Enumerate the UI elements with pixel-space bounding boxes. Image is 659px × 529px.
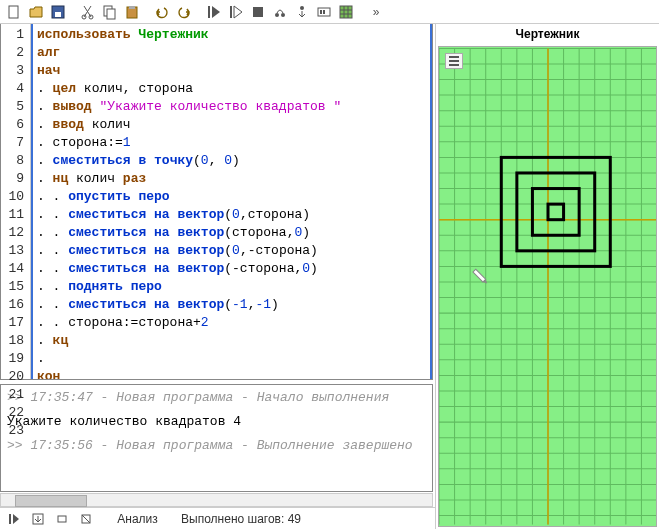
svg-rect-11 <box>253 7 263 17</box>
svg-rect-9 <box>208 6 210 18</box>
svg-rect-6 <box>107 9 115 19</box>
svg-rect-23 <box>9 514 11 524</box>
sb-rect-icon[interactable] <box>54 511 70 527</box>
svg-rect-17 <box>323 10 325 14</box>
left-panel: 1234567891011121314151617181920212223 ис… <box>0 24 436 529</box>
canvas-title: Чертежник <box>436 24 659 44</box>
console[interactable]: >> 17:35:47 - Новая программа - Начало в… <box>0 384 433 492</box>
step-into-icon[interactable] <box>292 2 312 22</box>
console-sys-line: >> 17:35:56 - Новая программа - Выполнен… <box>7 437 426 455</box>
svg-rect-10 <box>230 6 232 18</box>
svg-point-13 <box>281 13 285 17</box>
svg-rect-2 <box>55 12 61 17</box>
step-over-icon[interactable] <box>270 2 290 22</box>
code-area[interactable]: использовать Чертежникалгнач. цел колич,… <box>31 24 432 379</box>
horizontal-scrollbar[interactable] <box>0 493 433 507</box>
svg-rect-0 <box>9 6 18 18</box>
canvas-area[interactable] <box>438 46 657 527</box>
drawing-canvas <box>439 47 656 526</box>
main-area: 1234567891011121314151617181920212223 ис… <box>0 24 659 529</box>
grid-icon[interactable] <box>336 2 356 22</box>
main-toolbar: » <box>0 0 659 24</box>
sb-run-icon[interactable] <box>6 511 22 527</box>
copy-icon[interactable] <box>100 2 120 22</box>
line-gutter: 1234567891011121314151617181920212223 <box>1 24 31 379</box>
status-analyze: Анализ <box>117 512 158 526</box>
console-output: Укажите количество квадратов 4 <box>7 413 426 431</box>
new-icon[interactable] <box>4 2 24 22</box>
svg-point-12 <box>275 13 279 17</box>
run-icon[interactable] <box>204 2 224 22</box>
run-blind-icon[interactable] <box>226 2 246 22</box>
svg-rect-8 <box>129 6 135 9</box>
more-icon[interactable]: » <box>366 2 386 22</box>
svg-line-27 <box>82 515 90 523</box>
redo-icon[interactable] <box>174 2 194 22</box>
canvas-menu-icon[interactable] <box>445 53 463 69</box>
save-icon[interactable] <box>48 2 68 22</box>
svg-rect-16 <box>320 10 322 14</box>
sb-clear-icon[interactable] <box>78 511 94 527</box>
svg-rect-25 <box>58 516 66 522</box>
editor[interactable]: 1234567891011121314151617181920212223 ис… <box>0 24 433 380</box>
sb-save-icon[interactable] <box>30 511 46 527</box>
undo-icon[interactable] <box>152 2 172 22</box>
paste-icon[interactable] <box>122 2 142 22</box>
open-icon[interactable] <box>26 2 46 22</box>
right-panel: Чертежник <box>436 24 659 529</box>
console-sys-line: >> 17:35:47 - Новая программа - Начало в… <box>7 389 426 407</box>
cut-icon[interactable] <box>78 2 98 22</box>
counter-icon[interactable] <box>314 2 334 22</box>
stop-icon[interactable] <box>248 2 268 22</box>
status-bar: Анализ Выполнено шагов: 49 <box>0 507 435 529</box>
svg-rect-18 <box>340 6 352 18</box>
status-steps: Выполнено шагов: 49 <box>181 512 301 526</box>
svg-point-14 <box>300 6 304 10</box>
